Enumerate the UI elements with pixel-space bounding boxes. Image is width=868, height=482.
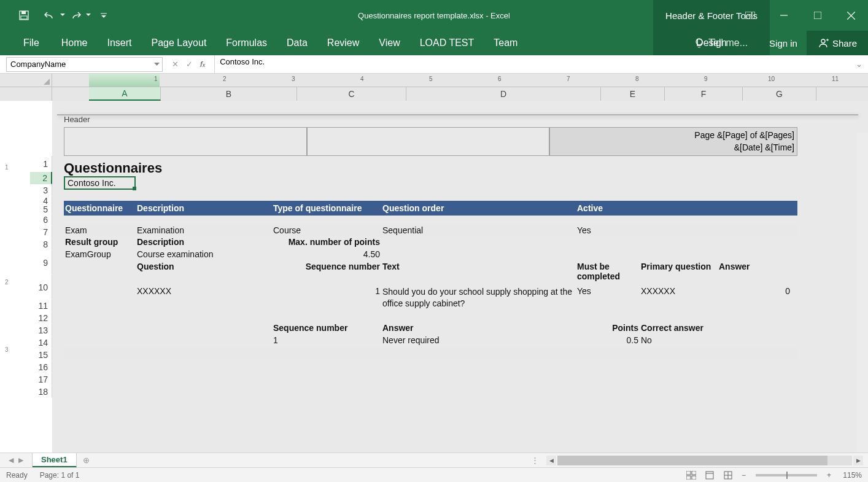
ribbon-display-options-icon[interactable] bbox=[733, 0, 767, 31]
close-button[interactable] bbox=[834, 0, 868, 31]
svg-rect-6 bbox=[814, 12, 821, 19]
header-left[interactable] bbox=[64, 127, 307, 156]
status-ready: Ready bbox=[6, 471, 28, 480]
header-right-line1: Page &[Page] of &[Pages] bbox=[552, 129, 794, 141]
select-all-corner[interactable] bbox=[0, 74, 52, 87]
zoom-level[interactable]: 115% bbox=[837, 471, 862, 480]
name-box[interactable]: CompanyName bbox=[6, 57, 163, 72]
svg-rect-2 bbox=[21, 16, 27, 19]
row-header-17[interactable]: 17 bbox=[30, 373, 52, 386]
undo-dropdown-icon[interactable] bbox=[60, 7, 66, 24]
tab-view[interactable]: View bbox=[369, 31, 409, 55]
sheet-tabs-bar: ◀ ▶ Sheet1 ⊕ ⋮ ◀ ▶ bbox=[0, 453, 868, 467]
table-row: 1 Never required 0.5 No bbox=[64, 335, 797, 347]
row-header-4[interactable]: 4 bbox=[30, 196, 52, 205]
redo-icon[interactable] bbox=[67, 7, 84, 24]
zoom-in-icon[interactable]: + bbox=[824, 471, 834, 480]
scroll-right-icon[interactable]: ▶ bbox=[853, 456, 863, 465]
row-header-5[interactable]: 5 bbox=[30, 205, 52, 214]
row-header-18[interactable]: 18 bbox=[30, 386, 52, 398]
save-icon[interactable] bbox=[15, 7, 33, 24]
redo-dropdown-icon[interactable] bbox=[85, 7, 91, 24]
row-header-15[interactable]: 15 bbox=[30, 349, 52, 361]
vertical-scrollbar[interactable] bbox=[857, 133, 868, 466]
sheet-next-icon[interactable]: ▶ bbox=[18, 456, 23, 464]
tab-team[interactable]: Team bbox=[484, 31, 527, 55]
row-header-6[interactable]: 6 bbox=[30, 214, 52, 226]
qat-customize-icon[interactable] bbox=[100, 7, 107, 24]
svg-rect-19 bbox=[706, 472, 713, 479]
header-right[interactable]: Page &[Page] of &[Pages] &[Date] &[Time] bbox=[549, 127, 797, 156]
row-header-9[interactable]: 9 bbox=[30, 251, 52, 275]
col-header-c[interactable]: C bbox=[297, 87, 406, 101]
tab-review[interactable]: Review bbox=[317, 31, 369, 55]
horizontal-scrollbar[interactable]: ⋮ ◀ ▶ bbox=[531, 456, 868, 465]
table-row: Exam Examination Course Sequential Yes bbox=[64, 224, 797, 236]
sheet-tab-sheet1[interactable]: Sheet1 bbox=[33, 453, 77, 468]
tab-home[interactable]: Home bbox=[52, 31, 98, 55]
name-box-dropdown-icon[interactable] bbox=[154, 63, 160, 66]
col-header-a[interactable]: A bbox=[89, 87, 161, 101]
col-header-e[interactable]: E bbox=[601, 87, 665, 101]
col-header-b[interactable]: B bbox=[161, 87, 297, 101]
row-header-10[interactable]: 10 bbox=[30, 275, 52, 300]
fx-icon[interactable]: fx bbox=[200, 60, 205, 69]
col-header-g[interactable]: G bbox=[743, 87, 816, 101]
sheet-prev-icon[interactable]: ◀ bbox=[9, 456, 14, 464]
tab-formulas[interactable]: Formulas bbox=[216, 31, 277, 55]
page-layout-view-icon[interactable] bbox=[702, 469, 717, 481]
report-title: Questionnaires bbox=[64, 160, 797, 176]
tab-data[interactable]: Data bbox=[277, 31, 317, 55]
minimize-button[interactable] bbox=[767, 0, 800, 31]
add-sheet-button[interactable]: ⊕ bbox=[77, 456, 96, 465]
status-page: Page: 1 of 1 bbox=[40, 471, 80, 480]
document-title: Questionnaires report template.xlsx - Ex… bbox=[358, 11, 510, 20]
sign-in-button[interactable]: Sign in bbox=[760, 38, 807, 49]
enter-icon[interactable]: ✓ bbox=[186, 60, 193, 69]
svg-rect-16 bbox=[692, 471, 696, 475]
row-header-2[interactable]: 2 bbox=[30, 172, 52, 184]
table-row bbox=[64, 347, 797, 359]
share-button[interactable]: Share bbox=[807, 31, 868, 55]
page-break-view-icon[interactable] bbox=[721, 469, 735, 481]
normal-view-icon[interactable] bbox=[684, 469, 699, 481]
row-header-8[interactable]: 8 bbox=[30, 238, 52, 251]
zoom-slider[interactable] bbox=[756, 474, 817, 476]
window-controls bbox=[733, 0, 868, 31]
row-header-13[interactable]: 13 bbox=[30, 324, 52, 336]
sheet-nav: ◀ ▶ bbox=[0, 453, 33, 467]
undo-icon[interactable] bbox=[41, 7, 58, 24]
col-header-d[interactable]: D bbox=[406, 87, 601, 101]
scroll-left-icon[interactable]: ◀ bbox=[546, 456, 556, 465]
table-header-row: Questionnaire Description Type of questi… bbox=[64, 201, 797, 216]
ribbon-tabs: File Home Insert Page Layout Formulas Da… bbox=[0, 31, 868, 55]
tab-file[interactable]: File bbox=[17, 31, 52, 55]
row-header-16[interactable]: 16 bbox=[30, 361, 52, 373]
tab-load-test[interactable]: LOAD TEST bbox=[410, 31, 484, 55]
sheet-content[interactable]: Questionnaires Contoso Inc. Questionnair… bbox=[64, 160, 797, 359]
col-header-f[interactable]: F bbox=[665, 87, 743, 101]
tab-page-layout[interactable]: Page Layout bbox=[141, 31, 216, 55]
tell-me-search[interactable]: Tell me... bbox=[681, 37, 760, 49]
cancel-icon[interactable]: ✕ bbox=[172, 60, 179, 69]
maximize-button[interactable] bbox=[800, 0, 834, 31]
row-header-12[interactable]: 12 bbox=[30, 312, 52, 324]
header-boxes: Page &[Page] of &[Pages] &[Date] &[Time] bbox=[64, 127, 797, 156]
zoom-out-icon[interactable]: − bbox=[739, 471, 748, 480]
row-header-11[interactable]: 11 bbox=[30, 300, 52, 312]
header-center[interactable] bbox=[307, 127, 550, 156]
formula-controls: ✕ ✓ fx bbox=[163, 55, 215, 74]
formula-input[interactable]: Contoso Inc. bbox=[215, 57, 856, 72]
page: Header Page &[Page] of &[Pages] &[Date] … bbox=[57, 114, 858, 115]
row-header-14[interactable]: 14 bbox=[30, 336, 52, 349]
tab-insert[interactable]: Insert bbox=[97, 31, 141, 55]
formula-value: Contoso Inc. bbox=[220, 57, 265, 66]
svg-point-12 bbox=[821, 39, 825, 43]
active-cell[interactable]: Contoso Inc. bbox=[64, 176, 136, 190]
row-header-7[interactable]: 7 bbox=[30, 226, 52, 238]
row-header-1[interactable]: 1 bbox=[30, 156, 52, 172]
row-headers: 1 1 2 3 4 5 6 7 8 2 9 10 11 12 13 3 14 1… bbox=[0, 101, 52, 466]
row-header-3[interactable]: 3 bbox=[30, 184, 52, 196]
formula-expand-icon[interactable]: ⌄ bbox=[856, 60, 868, 69]
column-headers: A B C D E F G bbox=[0, 87, 868, 101]
